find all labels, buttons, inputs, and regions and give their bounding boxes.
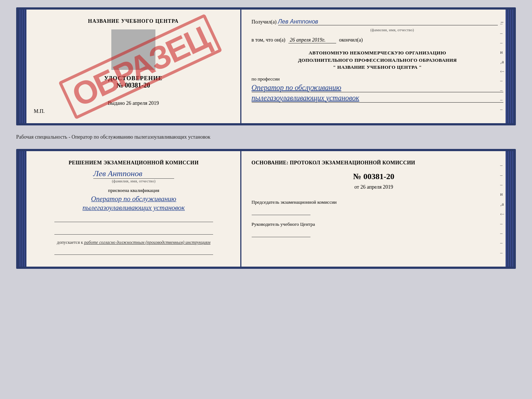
decision-text: Решением экзаменационной комиссии (69, 160, 199, 166)
org-line2: ДОПОЛНИТЕЛЬНОГО ПРОФЕССИОНАЛЬНОГО ОБРАЗО… (252, 57, 503, 64)
allowed-prefix: допускается к (57, 240, 83, 245)
date-row: в том, что он(а) 26 апреля 2019г. окончи… (252, 37, 503, 43)
org-line3: " НАЗВАНИЕ УЧЕБНОГО ЦЕНТРА " (252, 64, 503, 71)
center-head-block: Руководитель учебного Центра (252, 221, 496, 237)
photo-placeholder (111, 29, 155, 70)
cert-label: УДОСТОВЕРЕНИЕ (104, 75, 163, 82)
qual-line2: пылегазоулавливающих установок (83, 204, 185, 212)
bottom-right-panel: Основание: протокол экзаменационной коми… (241, 151, 514, 267)
side-dashes-top: – – – и ‚а ‹– – – – – (500, 10, 504, 123)
profession-label: по профессии (252, 76, 503, 82)
chairman-block: Председатель экзаменационной комиссии (252, 199, 496, 215)
issued-prefix: Выдано (108, 100, 125, 106)
profession-line1: Оператор по обслуживанию (252, 83, 503, 92)
school-name-top: НАЗВАНИЕ УЧЕБНОГО ЦЕНТРА (88, 18, 179, 24)
blank-line-2 (54, 228, 213, 235)
qual-line1: Оператор по обслуживанию (91, 195, 176, 203)
chairman-sig-line (252, 207, 310, 215)
person-name-bottom: Лев Антпонов (93, 169, 174, 179)
separator-label: Рабочая специальность - Оператор по обсл… (16, 132, 516, 142)
qual-label: присвоена квалификация (108, 188, 159, 193)
blank-line-1 (54, 215, 213, 222)
profession-line2: пылегазоулавливающих установок (252, 94, 503, 103)
fio-hint-top: (фамилия, имя, отчество) (281, 28, 503, 32)
basis-label: Основание: протокол экзаменационной коми… (252, 160, 496, 166)
date-value: 26 апреля 2019г. (288, 37, 336, 43)
org-block: АВТОНОМНУЮ НЕКОММЕРЧЕСКУЮ ОРГАНИЗАЦИЮ ДО… (252, 49, 503, 71)
fio-hint-bottom: (фамилия, имя, отчество) (112, 179, 155, 183)
protocol-number: № 00381-20 (252, 172, 496, 181)
chairman-label: Председатель экзаменационной комиссии (252, 199, 496, 206)
top-right-panel: Получил(а) Лев Антпонов – (фамилия, имя,… (241, 10, 514, 123)
from-prefix: от (354, 184, 359, 190)
mp-label: М.П. (34, 108, 45, 114)
allowed-text: допускается к работе согласно должностны… (57, 240, 211, 245)
received-label: Получил(а) (252, 19, 277, 25)
allowed-cursive: работе согласно должностным (производств… (84, 240, 211, 245)
side-dashes-bottom: – – – и ‚а ‹– – – – – (500, 151, 504, 267)
received-row: Получил(а) Лев Антпонов – (252, 18, 503, 25)
center-head-label: Руководитель учебного Центра (252, 221, 496, 228)
issued-date: 26 апреля 2019 (126, 100, 159, 106)
center-head-sig-line (252, 229, 310, 237)
bottom-document: Решением экзаменационной комиссии Лев Ан… (16, 149, 516, 269)
blank-line-3 (54, 248, 213, 255)
top-document: НАЗВАНИЕ УЧЕБНОГО ЦЕНТРА УДОСТОВЕРЕНИЕ №… (16, 7, 516, 125)
org-line1: АВТОНОМНУЮ НЕКОММЕРЧЕСКУЮ ОРГАНИЗАЦИЮ (252, 49, 503, 57)
cert-number: № 00381-20 (116, 82, 150, 89)
from-date-value: 26 апреля 2019 (360, 184, 393, 190)
top-left-panel: НАЗВАНИЕ УЧЕБНОГО ЦЕНТРА УДОСТОВЕРЕНИЕ №… (18, 10, 241, 123)
date-suffix: окончил(а) (339, 37, 363, 43)
issued-line: Выдано 26 апреля 2019 (108, 100, 159, 106)
received-name: Лев Антпонов (278, 18, 498, 25)
date-prefix: в том, что он(а) (252, 37, 285, 43)
from-date: от 26 апреля 2019 (252, 184, 496, 190)
bottom-left-panel: Решением экзаменационной комиссии Лев Ан… (18, 151, 241, 267)
